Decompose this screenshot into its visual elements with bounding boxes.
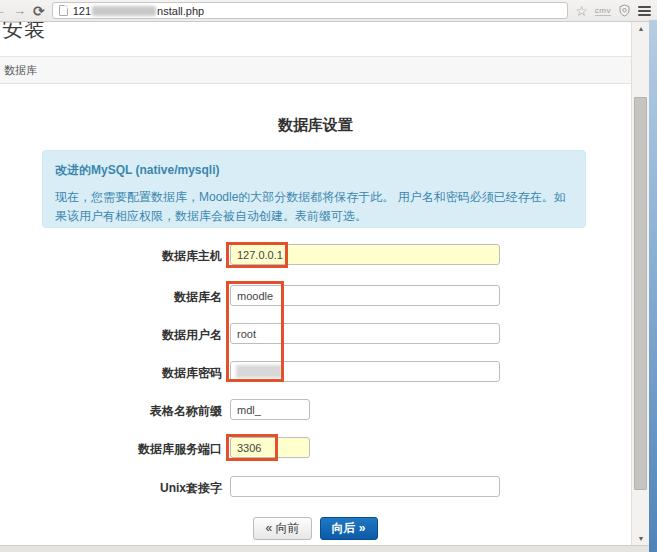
browser-window: ← → ⟳ 121nstall.php ☆ cmv 安装 数据库 数据库设置 改… xyxy=(0,0,657,552)
bookmark-star-icon[interactable]: ☆ xyxy=(575,3,588,19)
reload-icon[interactable]: ⟳ xyxy=(33,4,45,18)
next-button[interactable]: 向后 » xyxy=(320,517,378,540)
scrollbar-thumb[interactable] xyxy=(634,97,647,490)
dbport-input[interactable] xyxy=(230,437,310,458)
shield-icon[interactable] xyxy=(618,4,631,17)
window-frame-bottom xyxy=(0,545,649,552)
info-alert: 改进的MySQL (native/mysqli) 现在，您需要配置数据库，Moo… xyxy=(42,150,586,228)
form-buttons: « 向前 向后 » xyxy=(0,517,631,540)
dbhost-input[interactable] xyxy=(230,244,500,265)
breadcrumb: 数据库 xyxy=(0,56,631,84)
dbname-input[interactable] xyxy=(230,285,500,306)
scroll-down-icon[interactable]: ▼ xyxy=(632,532,650,545)
alert-title: 改进的MySQL (native/mysqli) xyxy=(55,162,573,179)
prefix-label: 表格名称前缀 xyxy=(62,403,222,420)
dbuser-label: 数据用户名 xyxy=(62,327,222,344)
alert-body: 现在，您需要配置数据库，Moodle的大部分数据都将保存于此。 用户名和密码必须… xyxy=(55,188,573,225)
previous-button[interactable]: « 向前 xyxy=(253,517,311,540)
dbname-label: 数据库名 xyxy=(62,289,222,306)
dbpass-input[interactable] xyxy=(230,361,500,382)
url-text[interactable]: 121nstall.php xyxy=(73,5,204,17)
forward-icon[interactable]: → xyxy=(13,4,26,17)
browser-toolbar: ← → ⟳ 121nstall.php ☆ cmv xyxy=(0,0,657,22)
prefix-input[interactable] xyxy=(230,399,310,420)
unixsocket-label: Unix套接字 xyxy=(62,480,222,497)
section-heading: 数据库设置 xyxy=(0,116,631,135)
extension-badge[interactable]: cmv xyxy=(595,6,611,16)
scroll-up-icon[interactable]: ▲ xyxy=(632,22,650,35)
menu-icon[interactable] xyxy=(638,4,651,18)
dbpass-label: 数据库密码 xyxy=(62,365,222,382)
back-icon[interactable]: ← xyxy=(0,4,6,17)
unixsocket-input[interactable] xyxy=(230,476,500,497)
dbport-label: 数据库服务端口 xyxy=(62,441,222,458)
window-frame-right xyxy=(649,20,657,552)
url-redacted-blur xyxy=(92,6,156,16)
address-bar[interactable]: 121nstall.php xyxy=(52,2,569,19)
dbuser-input[interactable] xyxy=(230,323,500,344)
vertical-scrollbar[interactable]: ▲ ▼ xyxy=(631,22,649,545)
dbhost-label: 数据库主机 xyxy=(62,248,222,265)
page-title: 安装 xyxy=(2,22,46,43)
page-content: 安装 数据库 数据库设置 改进的MySQL (native/mysqli) 现在… xyxy=(0,22,631,545)
page-icon xyxy=(59,5,68,16)
